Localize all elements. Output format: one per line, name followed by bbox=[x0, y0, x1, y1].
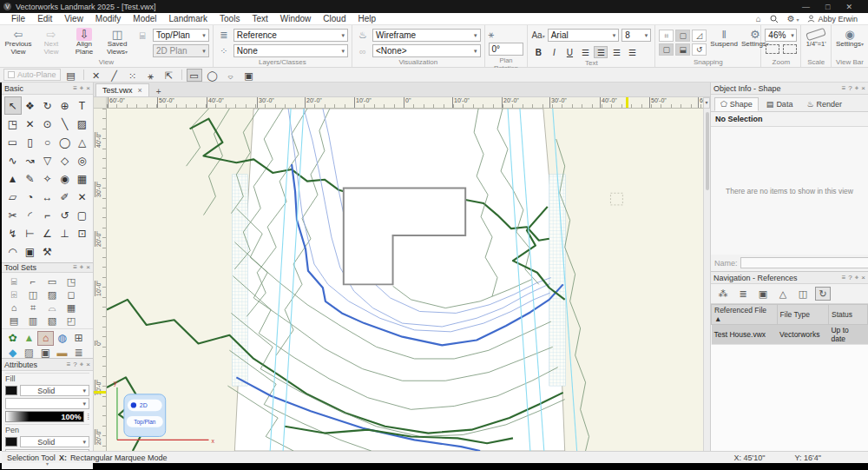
pan-tool[interactable]: ❖ bbox=[22, 96, 39, 115]
3d-polygon-tool[interactable]: ◇ bbox=[56, 151, 74, 169]
zoom-tool[interactable]: ⊕ bbox=[56, 96, 74, 115]
menu-item-edit[interactable]: Edit bbox=[31, 14, 58, 23]
toolset-item-9[interactable]: ⌂ bbox=[4, 301, 23, 314]
menu-icon[interactable]: ≡ bbox=[73, 263, 77, 272]
selection-tool[interactable]: ↖ bbox=[4, 96, 22, 115]
toolset-item-4[interactable]: ◳ bbox=[62, 275, 81, 288]
italic-button[interactable]: I bbox=[547, 46, 561, 58]
mode-button-2-3[interactable]: ▣ bbox=[241, 69, 257, 82]
mode-button-0-0[interactable]: ▤ bbox=[63, 69, 79, 82]
menu-item-model[interactable]: Model bbox=[127, 14, 162, 23]
table-row[interactable]: Test House.vwxVectorworksUp to date bbox=[712, 325, 868, 345]
frame-tool[interactable]: ▣ bbox=[22, 242, 39, 261]
menu-item-view[interactable]: View bbox=[58, 14, 89, 23]
toolset-item-2[interactable]: ⌐ bbox=[23, 275, 43, 288]
mode-button-2-2[interactable]: ⌔ bbox=[223, 69, 239, 82]
layer-dropdown[interactable]: Reference▾ bbox=[233, 29, 348, 42]
menu-item-landmark[interactable]: Landmark bbox=[163, 14, 214, 23]
close-icon[interactable]: × bbox=[861, 84, 865, 93]
protractor-tool[interactable]: ∠ bbox=[39, 224, 56, 242]
symbol-insert-tool[interactable]: ⊙ bbox=[39, 115, 56, 133]
previous-view-button[interactable]: ⇦Previous View bbox=[3, 27, 33, 56]
tab-render[interactable]: ♨Render bbox=[800, 97, 848, 111]
mode-button-1-2[interactable]: ⁙ bbox=[125, 69, 141, 82]
font-size-dropdown[interactable]: 8▾ bbox=[621, 29, 651, 42]
account-button[interactable]: Abby Erwin bbox=[807, 15, 858, 23]
align-plane-button[interactable]: ⇩Align Plane bbox=[69, 27, 99, 56]
scale-value[interactable]: 1/4"=1' bbox=[805, 40, 827, 48]
fill-pattern-dropdown[interactable]: ▾ bbox=[5, 398, 89, 409]
view-mode-icon[interactable]: ⌸ bbox=[135, 27, 149, 42]
render-mode-icon[interactable]: ♨ bbox=[356, 30, 370, 41]
fit-objects-icon[interactable] bbox=[766, 44, 779, 54]
toolset-category-2[interactable]: ▲ bbox=[21, 331, 37, 346]
design-layers-icon[interactable]: ≣ bbox=[735, 287, 751, 301]
drawing-canvas[interactable]: yx2DTop/Plan bbox=[107, 109, 703, 451]
snap-toggle-4-icon[interactable]: ▢ bbox=[659, 43, 674, 56]
gear-icon[interactable]: ⚙ ▾ bbox=[787, 14, 799, 23]
fill-color-swatch[interactable] bbox=[5, 386, 17, 395]
saved-views-icon[interactable]: △ bbox=[775, 287, 791, 301]
menu-item-text[interactable]: Text bbox=[246, 14, 273, 23]
menu-icon[interactable]: ≡ bbox=[842, 274, 846, 282]
opacity-stepper[interactable]: ⁞ bbox=[87, 413, 89, 421]
pin-icon[interactable]: ⌖ bbox=[80, 84, 84, 93]
underline-button[interactable]: U bbox=[562, 46, 576, 58]
help-icon[interactable]: ? bbox=[848, 84, 852, 93]
toolset-category-5[interactable]: ⊞ bbox=[70, 331, 87, 346]
justify-button[interactable]: ☰ bbox=[625, 46, 639, 58]
column-header-referenced-file[interactable]: Referenced File ▲ bbox=[712, 305, 778, 325]
vertical-scrollbar[interactable] bbox=[703, 109, 710, 451]
name-field[interactable] bbox=[740, 257, 868, 268]
close-icon[interactable]: × bbox=[86, 361, 90, 369]
tab-shape[interactable]: ⬠Shape bbox=[714, 97, 759, 111]
new-tab-button[interactable]: + bbox=[149, 87, 168, 96]
align-left-button[interactable]: ☰ bbox=[578, 46, 592, 58]
classes-icon[interactable]: ⁂ bbox=[715, 287, 731, 301]
viewbar-settings-button[interactable]: ◉Settings▾ bbox=[835, 27, 865, 57]
menu-item-file[interactable]: File bbox=[5, 14, 31, 23]
distort-tool[interactable]: ▱ bbox=[4, 188, 22, 206]
toolset-item-12[interactable]: ▦ bbox=[62, 301, 81, 314]
mode-button-2-1[interactable]: ◯ bbox=[205, 69, 220, 82]
close-icon[interactable]: × bbox=[86, 263, 90, 272]
menu-item-help[interactable]: Help bbox=[352, 14, 382, 23]
align-right-button[interactable]: ☰ bbox=[609, 46, 623, 58]
arc-tool[interactable]: △ bbox=[74, 133, 91, 151]
callout-tool[interactable]: ◳ bbox=[4, 115, 22, 133]
next-view-button[interactable]: ⇨Next View bbox=[36, 27, 66, 56]
text-tool[interactable]: T bbox=[74, 96, 91, 115]
trim-tool[interactable]: ✂ bbox=[4, 206, 22, 224]
toolset-category-1[interactable]: ✿ bbox=[4, 331, 21, 346]
rotate-tool[interactable]: ◔ bbox=[22, 188, 39, 206]
mode-button-1-4[interactable]: ⇱ bbox=[161, 69, 177, 82]
attribute-mapping-tool[interactable]: ✐ bbox=[56, 188, 74, 206]
rectangle-tool[interactable]: ▭ bbox=[4, 133, 22, 151]
toolset-item-11[interactable]: ⌓ bbox=[43, 301, 62, 314]
class-dropdown[interactable]: None▾ bbox=[233, 44, 348, 57]
auto-plane-checkbox[interactable]: Auto-Plane bbox=[3, 69, 61, 81]
scroll-options-button[interactable]: ▾ bbox=[703, 97, 710, 109]
suspend-snapping-button[interactable]: ‖Suspend bbox=[710, 27, 738, 49]
eyedropper-tool[interactable]: ◉ bbox=[56, 169, 74, 188]
line-tool[interactable]: ╲ bbox=[56, 115, 74, 133]
rounded-rectangle-tool[interactable]: ▯ bbox=[22, 133, 39, 151]
triangle-tool[interactable]: ▲ bbox=[4, 169, 22, 188]
search-icon[interactable] bbox=[770, 15, 779, 23]
tab-data[interactable]: ▤Data bbox=[760, 97, 799, 111]
circle-tool[interactable]: ○ bbox=[39, 133, 56, 151]
font-dropdown[interactable]: Arial▾ bbox=[548, 29, 620, 42]
menu-item-cloud[interactable]: Cloud bbox=[317, 14, 352, 23]
maximize-button[interactable]: □ bbox=[825, 3, 830, 11]
snap-toggle-3-icon[interactable]: ◿ bbox=[692, 30, 707, 42]
pen-tool[interactable]: ✎ bbox=[22, 169, 39, 188]
tab-close-icon[interactable]: × bbox=[138, 86, 142, 95]
view-dropdown[interactable]: Top/Plan▾ bbox=[153, 29, 209, 42]
align-center-button[interactable]: ☰ bbox=[594, 46, 608, 58]
polygon-tool[interactable]: ▽ bbox=[39, 151, 56, 169]
snap-toggle-6-icon[interactable]: ↺ bbox=[692, 43, 707, 56]
help-icon[interactable]: ? bbox=[73, 361, 76, 369]
snap-toggle-2-icon[interactable]: ▢ bbox=[675, 30, 690, 42]
oval-tool[interactable]: ◯ bbox=[56, 133, 74, 151]
eraser-tool[interactable]: ▢ bbox=[74, 206, 91, 224]
